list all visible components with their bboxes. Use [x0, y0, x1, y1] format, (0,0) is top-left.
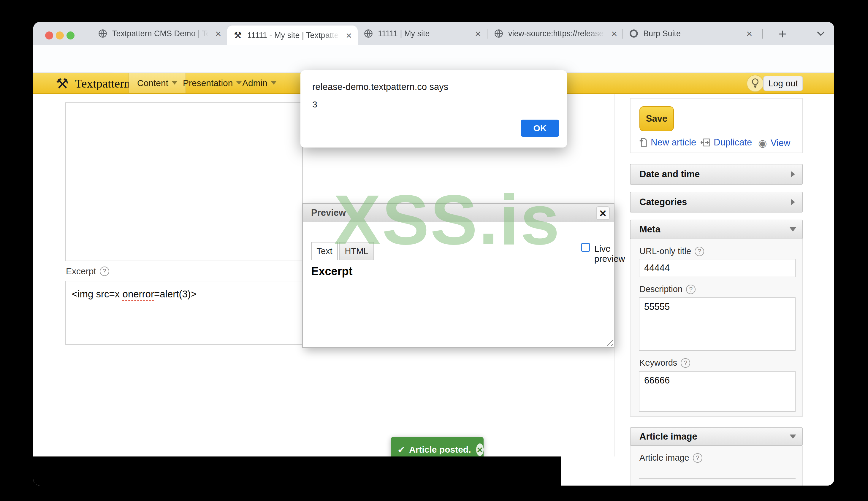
tab-article-edit[interactable]: ⚒ 11111 - My site | Textpattern C ×	[227, 25, 358, 45]
toast-close-icon[interactable]: ×	[476, 444, 484, 456]
alert-title: release-demo.textpattern.co says	[312, 82, 448, 92]
section-article-image[interactable]: Article image	[630, 427, 803, 446]
close-icon[interactable]: ×	[346, 30, 352, 40]
live-preview-label: Live preview	[594, 244, 625, 264]
field-label-text: Article image	[639, 453, 689, 463]
field-label-text: Keywords	[639, 358, 677, 368]
description-textarea[interactable]: 55555	[639, 297, 796, 351]
preview-title: Preview	[311, 207, 346, 218]
tab-title: view-source:https://release-	[508, 29, 606, 38]
burp-suite-icon	[629, 29, 638, 38]
chevron-down-icon	[271, 81, 276, 85]
live-preview-checkbox[interactable]	[581, 243, 590, 252]
help-icon[interactable]: ?	[693, 453, 702, 463]
help-icon[interactable]: ?	[686, 285, 696, 294]
tab-separator	[762, 29, 763, 39]
chevron-down-icon	[790, 435, 796, 439]
close-icon[interactable]: ×	[746, 29, 752, 39]
section-meta[interactable]: Meta	[630, 220, 803, 239]
excerpt-textarea[interactable]: <img src=x onerror=alert(3)>	[65, 281, 303, 345]
chevron-down-icon	[790, 227, 796, 232]
link-label: Duplicate	[713, 137, 752, 148]
close-icon[interactable]: ×	[475, 29, 481, 39]
field-label-text: Description	[639, 284, 682, 294]
view-link[interactable]: ◉ View	[758, 137, 790, 149]
preview-tab-html[interactable]: HTML	[339, 242, 374, 260]
tab-title: 11111 | My site	[378, 29, 470, 38]
lightbulb-icon[interactable]	[747, 75, 764, 92]
preview-tabs-divider	[309, 260, 608, 260]
tab-label: Text	[316, 246, 332, 256]
menu-label: Content	[137, 78, 168, 88]
new-tab-button[interactable]: +	[775, 26, 790, 42]
tab-search-chevron-icon[interactable]	[816, 30, 826, 38]
duplicate-link[interactable]: Duplicate	[701, 137, 752, 148]
preview-excerpt-heading: Excerpt	[311, 265, 352, 278]
section-categories[interactable]: Categories	[630, 192, 803, 213]
help-icon[interactable]: ?	[681, 358, 690, 368]
tab-separator	[487, 29, 487, 39]
close-icon[interactable]: ×	[611, 29, 617, 39]
screenshot-crop-patch	[33, 457, 561, 486]
resize-handle[interactable]	[604, 337, 613, 346]
alert-message: 3	[312, 99, 317, 109]
screenshot-canvas: Textpattern CMS Demo | Text × ⚒ 11111 - …	[0, 0, 868, 501]
section-label: Date and time	[639, 169, 700, 180]
tab-my-site[interactable]: 11111 | My site ×	[358, 22, 487, 45]
tab-separator	[622, 29, 623, 39]
help-icon[interactable]: ?	[695, 247, 704, 256]
excerpt-label: Excerpt ?	[66, 266, 109, 276]
alert-ok-button[interactable]: OK	[521, 120, 559, 137]
article-image-panel-body: Article image ?	[630, 446, 803, 486]
macos-minimize-button[interactable]	[56, 31, 64, 40]
duplicate-icon	[701, 138, 710, 147]
preview-tab-text[interactable]: Text	[311, 242, 338, 260]
excerpt-value-before: <img src=x	[72, 288, 123, 299]
article-actions-panel: Save New article Duplicate	[630, 98, 803, 153]
keywords-textarea[interactable]: 66666	[639, 371, 796, 412]
section-label: Meta	[639, 224, 660, 235]
menu-label: Admin	[242, 78, 267, 88]
meta-panel-body: URL-only title ? Description ? 55555 Key…	[630, 239, 803, 417]
new-article-link[interactable]: New article	[639, 137, 696, 148]
url-only-title-label: URL-only title ?	[639, 246, 704, 256]
new-article-icon	[639, 137, 647, 148]
field-label-text: URL-only title	[639, 246, 691, 256]
article-body-textarea[interactable]	[65, 103, 303, 261]
javascript-alert-dialog: release-demo.textpattern.co says 3 OK	[300, 70, 567, 148]
menu-label: Presentation	[183, 78, 233, 88]
preview-close-button[interactable]: ×	[596, 206, 610, 220]
article-image-input[interactable]	[639, 478, 796, 479]
tab-burp-suite[interactable]: Burp Suite ×	[623, 22, 758, 45]
globe-icon	[364, 29, 373, 38]
logout-button[interactable]: Log out	[763, 76, 803, 91]
globe-icon	[98, 29, 107, 38]
textpattern-icon: ⚒	[233, 31, 243, 40]
excerpt-value-after: =alert(3)>	[154, 288, 197, 299]
macos-close-button[interactable]	[45, 31, 53, 40]
toast-message: Article posted.	[409, 445, 471, 455]
menu-admin[interactable]: Admin	[234, 73, 285, 93]
description-label: Description ?	[639, 284, 696, 294]
section-date-and-time[interactable]: Date and time	[630, 164, 803, 185]
tab-title: Burp Suite	[643, 29, 742, 38]
close-icon[interactable]: ×	[215, 29, 221, 39]
tab-label: HTML	[345, 246, 368, 256]
tab-strip: Textpattern CMS Demo | Text × ⚒ 11111 - …	[33, 22, 834, 45]
article-image-label: Article image ?	[639, 453, 702, 463]
check-icon: ✔	[398, 445, 405, 455]
macos-zoom-button[interactable]	[66, 31, 74, 40]
tab-textpattern-demo[interactable]: Textpattern CMS Demo | Text ×	[92, 22, 227, 45]
excerpt-value-misspelled: onerror	[123, 288, 154, 299]
preview-panel: Preview × Text HTML Live preview Excerpt	[302, 203, 614, 348]
preview-panel-header[interactable]: Preview	[303, 204, 614, 222]
chevron-right-icon	[791, 199, 795, 205]
save-button[interactable]: Save	[639, 106, 674, 131]
link-label: View	[771, 138, 791, 148]
browser-window: Textpattern CMS Demo | Text × ⚒ 11111 - …	[33, 22, 834, 486]
tab-view-source[interactable]: view-source:https://release- ×	[488, 22, 623, 45]
url-only-title-input[interactable]	[639, 259, 796, 277]
brand-title: Textpattern	[75, 76, 130, 90]
browser-toolbar: ← → ↻ https://release-demo.textpattern.c…	[33, 45, 834, 73]
help-icon[interactable]: ?	[100, 267, 109, 276]
